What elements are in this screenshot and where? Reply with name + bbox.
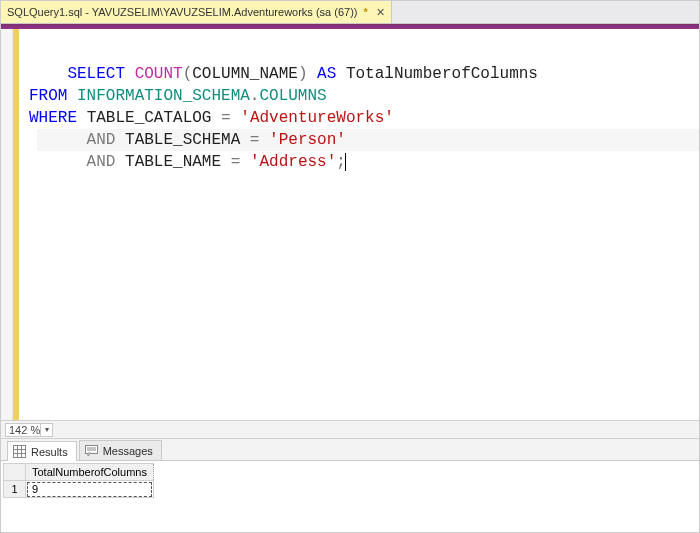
grid-icon xyxy=(13,445,26,458)
text-caret xyxy=(345,153,346,171)
dot: . xyxy=(250,87,260,105)
col-table-schema: TABLE_SCHEMA xyxy=(125,131,240,149)
sch-information-schema: INFORMATION_SCHEMA xyxy=(77,87,250,105)
kw-and-2: AND xyxy=(87,153,116,171)
document-tab-bar: SQLQuery1.sql - YAVUZSELIM\YAVUZSELIM.Ad… xyxy=(1,1,699,24)
op-eq-1: = xyxy=(221,109,231,127)
svg-rect-0 xyxy=(14,446,26,458)
lit-address: 'Address' xyxy=(250,153,336,171)
zoom-value: 142 % xyxy=(9,424,40,436)
tab-results[interactable]: Results xyxy=(7,441,77,461)
fn-count: COUNT xyxy=(135,65,183,83)
lit-person: 'Person' xyxy=(269,131,346,149)
zoom-dropdown[interactable]: 142 % ▾ xyxy=(5,423,53,437)
col-column-name: COLUMN_NAME xyxy=(192,65,298,83)
tab-messages[interactable]: Messages xyxy=(79,440,162,460)
svg-marker-8 xyxy=(88,453,91,456)
kw-where: WHERE xyxy=(29,109,77,127)
editor-status-bar: 142 % ▾ xyxy=(1,420,699,438)
col-table-name: TABLE_NAME xyxy=(125,153,221,171)
kw-as: AS xyxy=(317,65,336,83)
table-row[interactable]: 1 9 xyxy=(4,481,154,498)
results-header-row: TotalNumberofColumns xyxy=(4,464,154,481)
lparen: ( xyxy=(183,65,193,83)
document-tab-title: SQLQuery1.sql - YAVUZSELIM\YAVUZSELIM.Ad… xyxy=(7,6,357,18)
code-area[interactable]: SELECT COUNT(COLUMN_NAME) AS TotalNumber… xyxy=(19,29,699,420)
kw-from: FROM xyxy=(29,87,67,105)
op-eq-2: = xyxy=(250,131,260,149)
unsaved-indicator: * xyxy=(361,6,369,18)
lit-adventureworks: 'AdventureWorks' xyxy=(240,109,394,127)
kw-select: SELECT xyxy=(67,65,125,83)
op-eq-3: = xyxy=(231,153,241,171)
column-header[interactable]: TotalNumberofColumns xyxy=(26,464,154,481)
row-number-header xyxy=(4,464,26,481)
tbl-columns: COLUMNS xyxy=(259,87,326,105)
document-tab[interactable]: SQLQuery1.sql - YAVUZSELIM\YAVUZSELIM.Ad… xyxy=(1,1,392,23)
col-table-catalog: TABLE_CATALOG xyxy=(87,109,212,127)
close-icon[interactable]: ✕ xyxy=(374,6,385,19)
message-icon xyxy=(85,444,98,457)
results-panel: TotalNumberofColumns 1 9 xyxy=(1,460,699,532)
row-number-cell: 1 xyxy=(4,481,26,498)
sql-editor[interactable]: SELECT COUNT(COLUMN_NAME) AS TotalNumber… xyxy=(1,29,699,420)
kw-and-1: AND xyxy=(87,131,116,149)
chevron-down-icon: ▾ xyxy=(40,424,52,436)
tab-results-label: Results xyxy=(31,446,68,458)
tab-messages-label: Messages xyxy=(103,445,153,457)
rparen: ) xyxy=(298,65,308,83)
result-cell[interactable]: 9 xyxy=(26,481,154,498)
results-grid[interactable]: TotalNumberofColumns 1 9 xyxy=(3,463,154,498)
results-tab-bar: Results Messages xyxy=(1,438,699,460)
selection-margin xyxy=(1,29,13,420)
alias-totalcolumns: TotalNumberofColumns xyxy=(346,65,538,83)
